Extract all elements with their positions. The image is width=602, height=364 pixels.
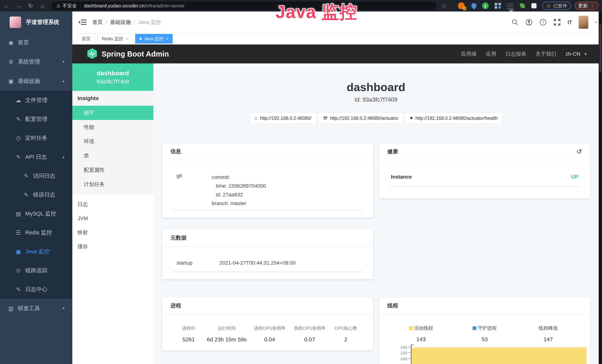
url-path: /infra/admin-server — [144, 3, 185, 9]
update-label: 更新 — [578, 3, 588, 9]
sba-item-environment[interactable]: 环境 — [72, 134, 153, 149]
app-title: 芋道管理系统 — [26, 18, 59, 26]
github-icon[interactable] — [525, 19, 533, 26]
address-bar[interactable]: ⚠ 不安全 dashboard.yudao.iocoder.cn /infra/… — [52, 1, 437, 10]
sba-nav-journal[interactable]: 日志报表 — [505, 50, 526, 57]
browser-update-button[interactable]: 更新 ⋮ — [575, 2, 599, 10]
process-uptime: 6d 23h 15m 59s — [205, 336, 249, 343]
instance-id-line: Id: 93a3fc7f7409 — [153, 96, 599, 103]
sidebar-item-mysql-monitor[interactable]: ▤ MySQL 监控 — [0, 204, 72, 223]
sidebar-item-log-center[interactable]: ✎ 日志中心 — [0, 280, 72, 299]
timer-icon: ◷ — [15, 135, 22, 141]
extension-switch-icon[interactable]: on — [507, 2, 514, 9]
sba-nav-applications[interactable]: 应用 — [486, 50, 496, 57]
sidebar-item-dev-tools[interactable]: ▥ 研发工具 ▾ — [0, 299, 72, 318]
extension-on-badge: on — [509, 9, 515, 10]
extension-leaf-icon[interactable] — [519, 2, 526, 9]
git-commit-line: commit: — [212, 173, 266, 182]
sba-item-metrics[interactable]: 性能 — [72, 120, 153, 134]
sidebar-item-home[interactable]: ◉ 首页 — [0, 33, 72, 52]
health-url-button[interactable]: ♥ http://192.168.0.2:48080/actuator/heal… — [405, 112, 503, 124]
info-value: commit: time: 1596289704000 id: 27aa832 … — [212, 173, 266, 208]
scrollbar[interactable] — [599, 11, 602, 364]
scrollbar-thumb[interactable] — [599, 24, 601, 73]
sba-item-config-props[interactable]: 配置属性 — [72, 163, 153, 177]
metadata-value: 2021-04-27T00:44:31.254+08:00 — [219, 260, 296, 266]
sidebar-collapse-icon[interactable] — [78, 19, 86, 26]
security-label[interactable]: 不安全 — [62, 3, 77, 9]
breadcrumb-home[interactable]: 首页 — [92, 19, 103, 26]
sidebar-item-java-monitor[interactable]: ▣ Java 监控 — [0, 242, 72, 261]
avatar-caret-icon[interactable]: ▾ — [595, 20, 597, 24]
sba-nav-about[interactable]: 关于我们 — [536, 50, 556, 57]
sba-item-logs[interactable]: 日志 — [72, 197, 153, 211]
service-url-button[interactable]: ⌂ http://192.168.0.2:48080/ — [249, 112, 316, 124]
sidebar-item-system[interactable]: ⚙ 系统管理 ▾ — [0, 52, 72, 71]
search-icon[interactable] — [512, 19, 519, 26]
info-key: git — [176, 173, 212, 208]
y-tick-100: 100 — [396, 357, 407, 361]
sidebar-item-scheduled-jobs[interactable]: ◷ 定时任务 — [0, 128, 72, 147]
browser-home-icon[interactable]: ⌂ — [37, 0, 48, 11]
sidebar-item-api-logs[interactable]: ✎ API 日志 ▴ — [0, 147, 72, 166]
extension-y-icon[interactable]: y — [482, 2, 489, 9]
extension-grid-icon[interactable] — [494, 2, 501, 9]
sidebar-item-access-logs[interactable]: ✎ 访问日志 — [0, 166, 72, 185]
chevron-down-icon[interactable]: ▾ — [584, 51, 587, 57]
sba-item-caches[interactable]: 缓存 — [72, 240, 153, 254]
fullscreen-icon[interactable] — [553, 19, 561, 26]
actuator-url-button[interactable]: ⚒ http://192.168.0.2:48080/actuator — [318, 112, 403, 124]
sidebar-submenu-infra: ☁ 文件管理 ✎ 配置管理 ◷ 定时任务 ✎ API 日志 ▴ ✎ 访问日志 ✎ — [0, 91, 72, 299]
tab-label: 首页 — [82, 36, 91, 42]
browser-refresh-icon[interactable]: ↻ — [25, 0, 36, 11]
instance-header[interactable]: dashboard 93a3fc7f7409 — [72, 64, 153, 91]
sba-brand-title[interactable]: Spring Boot Admin — [102, 50, 169, 58]
instance-name: dashboard — [97, 70, 129, 77]
sidebar-item-redis-monitor[interactable]: ☰ Redis 监控 — [0, 223, 72, 242]
browser-back-icon[interactable]: ← — [1, 0, 12, 11]
profile-paused-chip[interactable]: ☺ 已暂停 — [542, 2, 571, 10]
close-icon[interactable]: × — [166, 36, 168, 41]
sidebar-item-label: Java 监控 — [25, 248, 50, 255]
sidebar-item-error-logs[interactable]: ✎ 错误日志 — [0, 185, 72, 204]
breadcrumb-infra[interactable]: 基础设施 — [103, 19, 131, 26]
column-header: 进程ID — [172, 325, 205, 331]
history-icon[interactable]: ↺ — [576, 148, 582, 156]
database-icon: ▤ — [15, 211, 22, 217]
sidebar-item-infra[interactable]: ▣ 基础设施 ▴ — [0, 71, 72, 91]
sidebar-item-label: 错误日志 — [33, 191, 55, 199]
warning-icon: ⚠ — [56, 3, 60, 9]
health-row[interactable]: Instance UP — [389, 174, 580, 180]
sba-item-details[interactable]: 细节 — [72, 106, 153, 120]
sba-nav-wallboard[interactable]: 应用墙 — [461, 50, 477, 57]
cpu-cores: 2 — [329, 336, 363, 343]
url-divider — [80, 3, 80, 8]
sba-item-scheduled-tasks[interactable]: 计划任务 — [72, 177, 153, 191]
browser-forward-icon[interactable]: → — [13, 0, 24, 11]
extension-pin-icon[interactable] — [471, 2, 477, 9]
legend-daemon-threads: 守护进程 — [453, 325, 516, 331]
column-header: CPU核心数 — [329, 325, 363, 331]
font-size-icon[interactable]: tT — [568, 19, 572, 25]
sba-item-jvm[interactable]: JVM — [72, 211, 153, 225]
extension-puzzle-icon[interactable] — [531, 2, 537, 9]
kebab-menu-icon[interactable]: ⋮ — [590, 3, 595, 9]
sidebar-item-tracing[interactable]: ⊙ 链路追踪 — [0, 261, 72, 280]
url-host: dashboard.yudao.iocoder.cn — [84, 3, 144, 9]
tab-home[interactable]: 首页 — [77, 34, 95, 43]
user-avatar[interactable] — [579, 16, 588, 29]
bookmark-star-icon[interactable]: ☆ — [442, 0, 447, 11]
sidebar-item-files[interactable]: ☁ 文件管理 — [0, 91, 72, 110]
column-header: 系统CPU使用率 — [290, 325, 329, 331]
help-icon[interactable]: ? — [539, 19, 547, 26]
sba-locale-select[interactable]: zh-CN — [566, 51, 580, 57]
sidebar-item-config[interactable]: ✎ 配置管理 — [0, 110, 72, 128]
extension-colorpicker-icon[interactable]: 1 — [458, 2, 465, 9]
eye-icon: ⊙ — [15, 267, 22, 274]
sba-item-classes[interactable]: 类 — [72, 149, 153, 163]
sba-item-mappings[interactable]: 映射 — [72, 225, 153, 240]
app-logo-row[interactable]: 芋道管理系统 — [0, 11, 72, 33]
tab-redis-monitor[interactable]: Redis 监控 × — [97, 34, 133, 43]
tab-java-monitor[interactable]: Java 监控 × — [135, 34, 172, 43]
close-icon[interactable]: × — [126, 36, 128, 41]
